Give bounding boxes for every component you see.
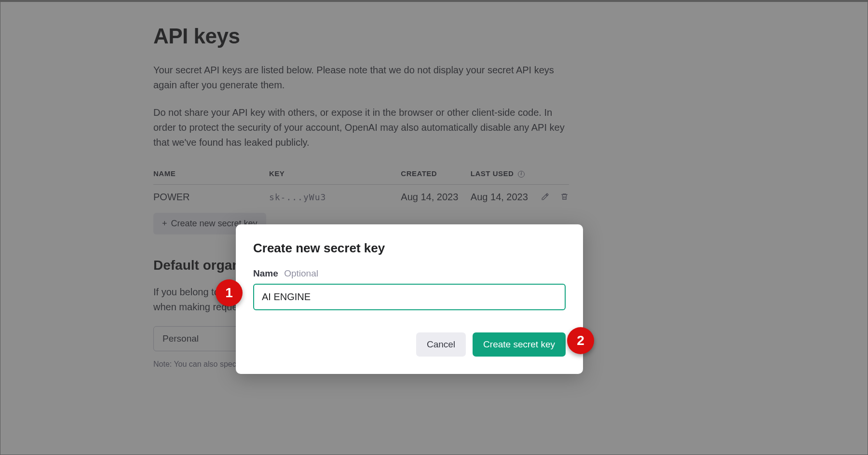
annotation-badge-1: 1 [216,279,243,306]
annotation-badge-2: 2 [567,327,594,354]
modal-overlay: Create new secret key Name Optional Canc… [0,0,868,455]
name-field-label: Name [253,268,278,278]
key-name-input[interactable] [253,284,566,310]
modal-title: Create new secret key [253,241,566,256]
cancel-button[interactable]: Cancel [416,332,466,357]
optional-hint: Optional [284,268,318,278]
create-key-modal: Create new secret key Name Optional Canc… [236,224,583,374]
create-secret-key-button[interactable]: Create secret key [473,332,566,357]
